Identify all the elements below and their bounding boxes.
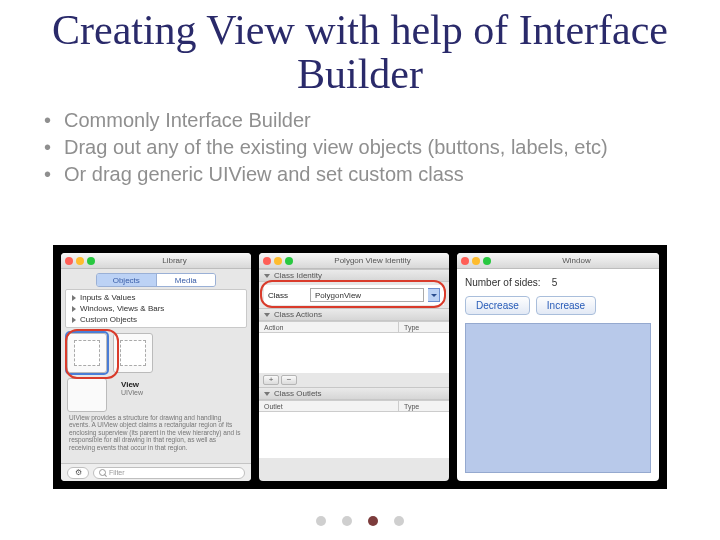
search-icon xyxy=(99,469,106,476)
zoom-icon[interactable] xyxy=(483,257,491,265)
object-thumbnail[interactable] xyxy=(113,333,153,373)
seg-media[interactable]: Media xyxy=(156,274,216,286)
minimize-icon[interactable] xyxy=(274,257,282,265)
filter-placeholder: Filter xyxy=(109,469,125,476)
view-card[interactable] xyxy=(67,378,107,412)
class-dropdown-button[interactable] xyxy=(428,288,440,302)
pager-dot xyxy=(316,516,326,526)
pager-dot xyxy=(342,516,352,526)
slide-title: Creating View with help of Interface Bui… xyxy=(0,0,720,108)
increase-button[interactable]: Increase xyxy=(536,296,596,315)
bullet-list: Commonly Interface Builder Drag out any … xyxy=(0,108,720,195)
view-subtitle: UIView xyxy=(121,389,143,396)
minimize-icon[interactable] xyxy=(76,257,84,265)
bullet-item: Drag out any of the existing view object… xyxy=(40,135,680,160)
actions-header: Action Type xyxy=(259,321,449,333)
disclosure-icon xyxy=(264,392,270,396)
object-thumbnail[interactable] xyxy=(67,333,107,373)
col-type: Type xyxy=(399,322,449,332)
close-icon[interactable] xyxy=(263,257,271,265)
screenshot-composite: Library Objects Media Inputs & Values Wi… xyxy=(53,245,667,489)
col-outlet: Outlet xyxy=(259,401,399,411)
filter-input[interactable]: Filter xyxy=(93,467,245,479)
class-field[interactable]: PolygonView xyxy=(310,288,424,302)
window-title: Polygon View Identity xyxy=(300,256,445,265)
button-row: Decrease Increase xyxy=(465,296,651,315)
titlebar: Polygon View Identity xyxy=(259,253,449,269)
traffic-lights xyxy=(263,257,293,265)
library-segmented-control[interactable]: Objects Media xyxy=(96,273,216,287)
identity-inspector: Polygon View Identity Class Identity Cla… xyxy=(259,253,449,481)
view-name: View xyxy=(121,380,143,389)
close-icon[interactable] xyxy=(65,257,73,265)
actions-add-remove: + − xyxy=(259,373,449,387)
polygon-canvas xyxy=(465,323,651,473)
outlets-header: Outlet Type xyxy=(259,400,449,412)
gear-icon: ⚙ xyxy=(75,468,82,477)
bullet-item: Or drag generic UIView and set custom cl… xyxy=(40,162,680,187)
library-footer: ⚙ Filter xyxy=(61,463,251,481)
section-class-actions[interactable]: Class Actions xyxy=(259,308,449,321)
class-label: Class xyxy=(268,291,306,300)
object-thumbnails xyxy=(61,328,251,378)
simulator-window: Window Number of sides: 5 Decrease Incre… xyxy=(457,253,659,481)
view-description: UIView provides a structure for drawing … xyxy=(61,412,251,453)
section-class-identity[interactable]: Class Identity xyxy=(259,269,449,282)
col-action: Action xyxy=(259,322,399,332)
window-title: Library xyxy=(102,256,247,265)
actions-body[interactable] xyxy=(259,333,449,373)
decrease-button[interactable]: Decrease xyxy=(465,296,530,315)
library-outline[interactable]: Inputs & Values Windows, Views & Bars Cu… xyxy=(65,289,247,328)
disclosure-icon xyxy=(72,295,76,301)
zoom-icon[interactable] xyxy=(87,257,95,265)
traffic-lights xyxy=(65,257,95,265)
close-icon[interactable] xyxy=(461,257,469,265)
disclosure-icon xyxy=(264,274,270,278)
pager-dot-current xyxy=(368,516,378,526)
sides-readout: Number of sides: 5 xyxy=(465,277,651,288)
disclosure-icon xyxy=(72,317,76,323)
col-type: Type xyxy=(399,401,449,411)
slide-pager xyxy=(0,516,720,526)
library-panel: Library Objects Media Inputs & Values Wi… xyxy=(61,253,251,481)
window-title: Window xyxy=(498,256,655,265)
disclosure-icon xyxy=(72,306,76,312)
disclosure-icon xyxy=(264,313,270,317)
outline-row[interactable]: Windows, Views & Bars xyxy=(66,303,246,314)
outlets-body[interactable] xyxy=(259,412,449,458)
outline-row[interactable]: Custom Objects xyxy=(66,314,246,325)
add-button[interactable]: + xyxy=(263,375,279,385)
zoom-icon[interactable] xyxy=(285,257,293,265)
view-card-labels: View UIView xyxy=(113,378,151,398)
pager-dot xyxy=(394,516,404,526)
minimize-icon[interactable] xyxy=(472,257,480,265)
bullet-item: Commonly Interface Builder xyxy=(40,108,680,133)
remove-button[interactable]: − xyxy=(281,375,297,385)
sides-label: Number of sides: xyxy=(465,277,541,288)
class-row: Class PolygonView xyxy=(264,285,444,305)
section-class-outlets[interactable]: Class Outlets xyxy=(259,387,449,400)
traffic-lights xyxy=(461,257,491,265)
titlebar: Window xyxy=(457,253,659,269)
sides-value: 5 xyxy=(552,277,558,288)
titlebar: Library xyxy=(61,253,251,269)
gear-menu-button[interactable]: ⚙ xyxy=(67,467,89,479)
seg-objects[interactable]: Objects xyxy=(97,274,156,286)
outline-row[interactable]: Inputs & Values xyxy=(66,292,246,303)
